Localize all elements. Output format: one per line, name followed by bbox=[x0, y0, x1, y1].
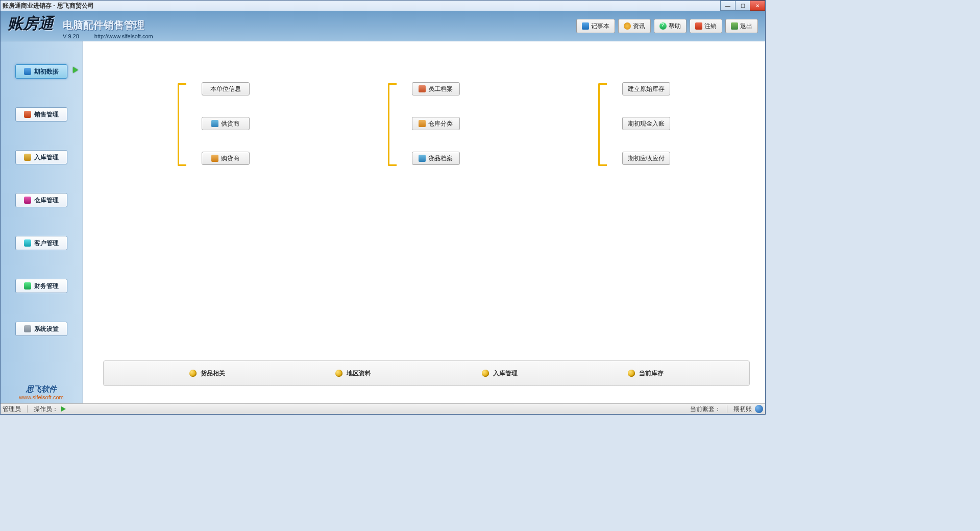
statusbar: 管理员 操作员： 当前账套： 期初账 bbox=[1, 403, 765, 414]
finance-icon bbox=[24, 282, 31, 289]
status-period-label: 期初账 bbox=[733, 405, 752, 414]
sidebar-item-label: 入库管理 bbox=[34, 153, 59, 162]
dot-icon bbox=[189, 370, 197, 377]
help-button[interactable]: 帮助 bbox=[654, 19, 687, 33]
app-title: 电脑配件销售管理 bbox=[63, 18, 153, 32]
sales-icon bbox=[24, 111, 31, 118]
sidebar-item-label: 仓库管理 bbox=[34, 196, 59, 205]
notepad-label: 记事本 bbox=[591, 22, 609, 31]
btn-init-stock[interactable]: 建立原始库存 bbox=[622, 82, 670, 95]
notepad-button[interactable]: 记事本 bbox=[576, 19, 615, 33]
btn-supplier[interactable]: 供货商 bbox=[202, 117, 250, 130]
arrow-icon bbox=[61, 406, 66, 412]
info-label: 资讯 bbox=[633, 22, 645, 31]
goods-icon bbox=[419, 155, 426, 162]
sidebar-item-label: 系统设置 bbox=[34, 325, 59, 333]
help-bubble-icon[interactable] bbox=[755, 405, 763, 413]
purchaser-icon bbox=[211, 155, 218, 162]
dot-icon bbox=[335, 370, 342, 377]
sidebar-item-settings[interactable]: 系统设置 bbox=[15, 322, 67, 336]
separator bbox=[27, 405, 28, 413]
btn-init-cash[interactable]: 期初现金入账 bbox=[622, 117, 670, 130]
item-columns: 本单位信息 供货商 购货商 bbox=[83, 82, 765, 166]
btn-label: 货品档案 bbox=[428, 154, 453, 163]
app-window: 账房通商业进销存 - 思飞商贸公司 — ☐ ✕ 账房通 电脑配件销售管理 V 9… bbox=[0, 0, 766, 415]
sidebar-item-label: 财务管理 bbox=[34, 282, 59, 291]
brand: 账房通 电脑配件销售管理 V 9.28 http://www.sifeisoft… bbox=[8, 13, 153, 39]
notepad-icon bbox=[582, 22, 589, 30]
column-2: 员工档案 仓库分类 货品档案 bbox=[388, 82, 460, 166]
logout-icon bbox=[695, 22, 702, 30]
bottom-label: 地区资料 bbox=[347, 369, 371, 378]
separator bbox=[727, 405, 727, 413]
sidebar-item-stockin[interactable]: 入库管理 bbox=[15, 150, 67, 164]
btn-unit-info[interactable]: 本单位信息 bbox=[202, 82, 250, 95]
btn-label: 仓库分类 bbox=[428, 119, 453, 128]
column-1: 本单位信息 供货商 购货商 bbox=[178, 82, 250, 166]
bottom-goods[interactable]: 货品相关 bbox=[189, 369, 225, 378]
employee-icon bbox=[419, 85, 426, 92]
btn-label: 本单位信息 bbox=[210, 85, 241, 93]
window-controls: — ☐ ✕ bbox=[721, 1, 765, 11]
btn-label: 期初现金入账 bbox=[628, 119, 665, 128]
window-title: 账房通商业进销存 - 思飞商贸公司 bbox=[3, 2, 94, 10]
sidebar-item-sales[interactable]: 销售管理 bbox=[15, 107, 67, 122]
maximize-button[interactable]: ☐ bbox=[735, 1, 750, 11]
bottom-current-stock[interactable]: 当前库存 bbox=[628, 369, 664, 378]
bottom-stockin[interactable]: 入库管理 bbox=[482, 369, 518, 378]
main-content: 本单位信息 供货商 购货商 bbox=[83, 41, 765, 403]
exit-label: 退出 bbox=[740, 22, 752, 31]
info-button[interactable]: 资讯 bbox=[618, 19, 651, 33]
vendor-name: 思飞软件 bbox=[1, 384, 82, 394]
bottom-label: 入库管理 bbox=[493, 369, 518, 378]
status-role: 管理员 bbox=[3, 405, 21, 414]
sidebar-item-finance[interactable]: 财务管理 bbox=[15, 279, 67, 293]
btn-label: 建立原始库存 bbox=[628, 85, 665, 93]
btn-employee-records[interactable]: 员工档案 bbox=[412, 82, 460, 95]
exit-button[interactable]: 退出 bbox=[725, 19, 758, 33]
sidebar-item-initial-data[interactable]: 期初数据 bbox=[15, 64, 67, 79]
exit-icon bbox=[731, 22, 738, 30]
btn-label: 期初应收应付 bbox=[628, 154, 665, 163]
info-icon bbox=[624, 22, 631, 30]
sidebar-item-label: 客户管理 bbox=[34, 239, 59, 248]
site-url: http://www.sifeisoft.com bbox=[94, 33, 153, 39]
logout-label: 注销 bbox=[704, 22, 717, 31]
header: 账房通 电脑配件销售管理 V 9.28 http://www.sifeisoft… bbox=[1, 11, 765, 41]
version-text: V 9.28 bbox=[63, 33, 79, 39]
bracket-icon bbox=[388, 83, 397, 166]
minimize-button[interactable]: — bbox=[720, 1, 736, 11]
vendor-url: www.sifeisoft.com bbox=[1, 394, 82, 400]
warehouse-icon bbox=[24, 197, 31, 204]
dot-icon bbox=[628, 370, 635, 377]
customers-icon bbox=[24, 239, 31, 247]
btn-label: 供货商 bbox=[221, 119, 239, 128]
status-operator-label: 操作员： bbox=[34, 405, 58, 414]
sidebar-item-warehouse[interactable]: 仓库管理 bbox=[15, 193, 67, 207]
brand-logo: 账房通 bbox=[8, 13, 54, 34]
supplier-icon bbox=[211, 120, 218, 127]
sidebar: 期初数据 销售管理 入库管理 仓库管理 客户管理 财务管理 bbox=[1, 41, 83, 403]
status-account-label: 当前账套： bbox=[690, 405, 721, 414]
settings-icon bbox=[24, 325, 31, 332]
dot-icon bbox=[482, 370, 489, 377]
btn-goods-records[interactable]: 货品档案 bbox=[412, 152, 460, 165]
stockin-icon bbox=[24, 154, 31, 161]
help-icon bbox=[659, 22, 667, 30]
logout-button[interactable]: 注销 bbox=[690, 19, 722, 33]
btn-init-receivable[interactable]: 期初应收应付 bbox=[622, 152, 670, 165]
titlebar: 账房通商业进销存 - 思飞商贸公司 — ☐ ✕ bbox=[1, 1, 765, 11]
btn-warehouse-category[interactable]: 仓库分类 bbox=[412, 117, 460, 130]
bottom-region[interactable]: 地区资料 bbox=[335, 369, 371, 378]
bottom-label: 货品相关 bbox=[201, 369, 225, 378]
sidebar-item-label: 销售管理 bbox=[34, 110, 59, 119]
bottom-panel: 货品相关 地区资料 入库管理 当前库存 bbox=[103, 360, 750, 386]
btn-label: 员工档案 bbox=[428, 85, 453, 93]
sidebar-footer: 思飞软件 www.sifeisoft.com bbox=[1, 384, 82, 400]
close-button[interactable]: ✕ bbox=[750, 1, 765, 11]
btn-purchaser[interactable]: 购货商 bbox=[202, 152, 250, 165]
sidebar-item-customers[interactable]: 客户管理 bbox=[15, 236, 67, 250]
active-arrow-icon bbox=[73, 67, 78, 73]
body: 期初数据 销售管理 入库管理 仓库管理 客户管理 财务管理 bbox=[1, 41, 765, 403]
bracket-icon bbox=[178, 83, 186, 166]
